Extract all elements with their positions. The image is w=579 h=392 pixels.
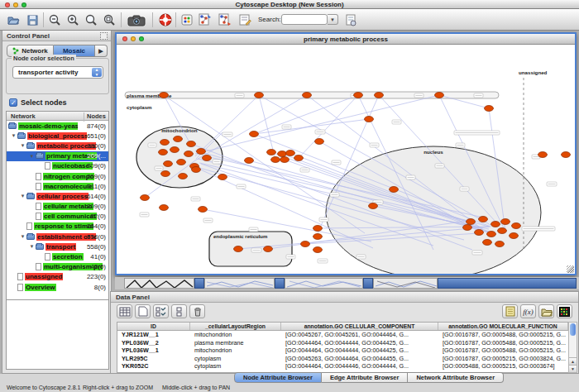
save-icon[interactable]	[24, 12, 41, 28]
table-row[interactable]: YJR121W__1mitochondrion[GO:0045267, GO:0…	[117, 331, 568, 339]
tree-row-biological-process[interactable]: ▼biological_process651(0)	[7, 131, 108, 141]
graph-node[interactable]	[463, 225, 472, 231]
disclosure-triangle-icon[interactable]: ▼	[19, 194, 26, 198]
vizmapper-icon[interactable]	[179, 12, 195, 28]
tab-overflow-button[interactable]: ▶	[95, 45, 108, 57]
graph-node[interactable]	[179, 174, 188, 179]
disclosure-triangle-icon[interactable]: ▼	[19, 143, 26, 148]
table-scrollbar[interactable]: ▲ ▼	[568, 322, 577, 373]
graph-node[interactable]	[301, 241, 310, 247]
graph-node[interactable]	[475, 230, 484, 236]
graph-node[interactable]	[203, 155, 212, 161]
float-panel-icon[interactable]	[100, 32, 108, 40]
network-view-titlebar[interactable]: primary metabolic process	[117, 34, 575, 45]
attribute-table-icon[interactable]	[117, 304, 132, 318]
tree-row-primary-metabo[interactable]: ▼primary metabo209(...	[7, 151, 108, 161]
delete-attribute-icon[interactable]	[189, 304, 205, 318]
graph-node[interactable]	[498, 228, 507, 234]
graph-node[interactable]	[192, 167, 201, 173]
table-column-header[interactable]: _cellularLayoutRegion	[190, 323, 281, 330]
tree-row-unassigned[interactable]: unassigned223(0)	[7, 272, 108, 282]
graph-node[interactable]	[264, 246, 273, 252]
graph-node[interactable]	[467, 219, 476, 225]
graph-node[interactable]	[313, 247, 323, 253]
tree-row-overview[interactable]: Overview8(0)	[7, 282, 108, 292]
graph-node[interactable]	[159, 150, 168, 155]
search-input[interactable]	[281, 14, 328, 25]
graph-node[interactable]	[160, 140, 170, 146]
select-nodes-checkbox[interactable]: ✓	[9, 98, 17, 107]
graph-node[interactable]	[160, 93, 169, 98]
graph-node[interactable]	[255, 93, 264, 98]
graph-node[interactable]	[286, 151, 295, 156]
graph-node[interactable]	[280, 157, 290, 163]
tab-network-attribute-browser[interactable]: Network Attribute Browser	[408, 372, 504, 383]
zoom-selected-icon[interactable]	[83, 12, 99, 28]
tree-row-multi-organism-pro[interactable]: multi-organism pro42(0)	[7, 262, 108, 272]
graph-node[interactable]	[510, 233, 519, 239]
graph-node[interactable]	[390, 187, 399, 193]
tree-row-cellular-metabo[interactable]: cellular metabo209(0)	[7, 202, 108, 212]
graph-node[interactable]	[164, 161, 173, 167]
plugin-icon[interactable]	[342, 12, 359, 28]
tree-row-cell-communicat[interactable]: cell communicat22(0)	[7, 212, 108, 222]
annotation-icon[interactable]	[237, 12, 253, 28]
table-row[interactable]: YLR295Ccytoplasm[GO:0045263, GO:0044464,…	[117, 355, 568, 363]
table-row[interactable]: YPL036W__2plasma membrane[GO:0044464, GO…	[117, 339, 568, 347]
graph-node[interactable]	[303, 93, 312, 98]
disclosure-triangle-icon[interactable]: ▼	[10, 133, 17, 138]
disclosure-triangle-icon[interactable]: ▼	[28, 244, 36, 249]
tree-row-transport[interactable]: ▼transport558(0)	[7, 241, 108, 251]
tab-edge-attribute-browser[interactable]: Edge Attribute Browser	[322, 372, 408, 383]
tree-row-response-to-stimulu[interactable]: response to stimulu264(0)	[7, 222, 108, 232]
graph-node[interactable]	[487, 232, 496, 237]
graph-node[interactable]	[177, 160, 186, 165]
graph-node[interactable]	[375, 93, 384, 98]
graph-node[interactable]	[313, 226, 323, 232]
tab-node-attribute-browser[interactable]: Node Attribute Browser	[234, 372, 322, 383]
graph-node[interactable]	[141, 195, 150, 201]
graph-node[interactable]	[278, 151, 287, 157]
tree-row-macromolecule[interactable]: macromolecule311(0)	[7, 181, 108, 191]
background-network-thumbnail[interactable]	[124, 278, 194, 289]
graph-node[interactable]	[218, 174, 227, 180]
attribute-list-icon[interactable]	[171, 304, 187, 318]
graph-node[interactable]	[313, 234, 323, 240]
graph-node[interactable]	[491, 222, 500, 227]
scroll-down-icon[interactable]: ▼	[569, 365, 577, 372]
new-attribute-icon[interactable]	[135, 304, 151, 318]
table-row[interactable]: YKR052Ccytoplasm[GO:0044464, GO:0044446,…	[117, 362, 568, 370]
graph-node[interactable]	[495, 241, 505, 247]
tree-row-metabolic-process[interactable]: ▼metabolic process280(0)	[7, 141, 108, 151]
tree-row-nucleobase-[interactable]: nucleobase-209(0)	[7, 161, 108, 171]
graph-node[interactable]	[267, 150, 276, 155]
graph-node[interactable]	[369, 203, 378, 209]
import-attributes-icon[interactable]	[538, 304, 554, 318]
network-edit-icon[interactable]	[197, 12, 213, 28]
heatmap-icon[interactable]	[557, 304, 572, 318]
table-row[interactable]: YPL036W__1mitochondrion[GO:0044464, GO:0…	[117, 347, 568, 355]
notes-icon[interactable]	[502, 304, 518, 318]
tree-row-secretion[interactable]: secretion41(0)	[7, 251, 108, 261]
disclosure-triangle-icon[interactable]: ▼	[28, 154, 36, 159]
search-dropdown-button[interactable]: ▼	[328, 14, 338, 25]
select-attributes-icon[interactable]	[153, 304, 169, 318]
background-network-thumbnail[interactable]	[285, 278, 363, 289]
graph-node[interactable]	[174, 136, 183, 142]
function-builder-icon[interactable]: f(x)	[520, 304, 536, 318]
graph-node[interactable]	[294, 155, 304, 161]
graph-node[interactable]	[483, 240, 492, 246]
graph-node[interactable]	[485, 106, 494, 112]
graph-node[interactable]	[501, 219, 510, 225]
graph-node[interactable]	[315, 139, 324, 145]
background-network-thumbnail[interactable]	[204, 278, 275, 289]
graph-node[interactable]	[250, 131, 259, 137]
scroll-up-icon[interactable]: ▲	[569, 357, 577, 365]
graph-node[interactable]	[245, 158, 254, 164]
tree-row-establishment-of-lo[interactable]: ▼establishment of lo558(0)	[7, 232, 108, 241]
zoom-out-icon[interactable]	[46, 12, 63, 28]
graph-node[interactable]	[161, 171, 170, 177]
attribute-table-header[interactable]: ID_cellularLayoutRegionannotation.GO CEL…	[117, 323, 568, 331]
graph-node[interactable]	[271, 157, 280, 163]
tree-row-cellular-process[interactable]: ▼cellular process614(0)	[7, 191, 108, 201]
